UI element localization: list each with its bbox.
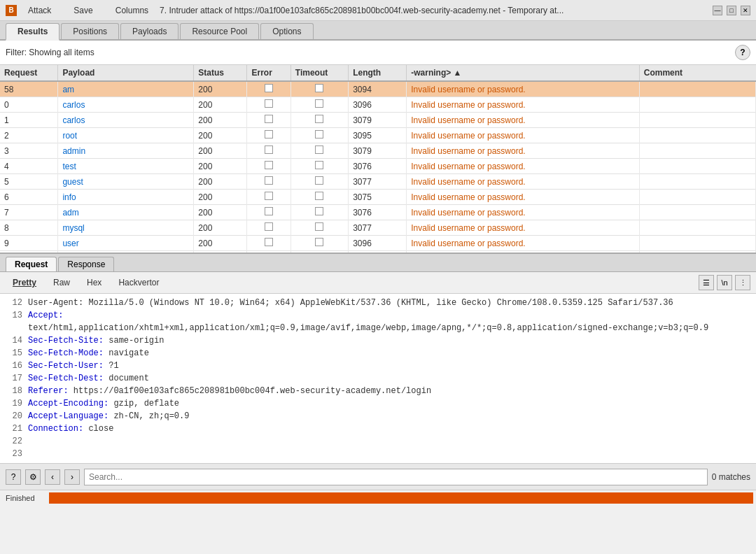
code-line: 15Sec-Fetch-Mode: navigate (6, 347, 750, 360)
code-line: 18Referer: https://0a1f00e103afc865c2089… (6, 385, 750, 397)
tab-results[interactable]: Results (6, 23, 59, 41)
code-line: 14Sec-Fetch-Site: same-origin (6, 334, 750, 347)
table-row[interactable]: 4test2003076Invalid username or password… (0, 159, 756, 174)
progress-fill (49, 492, 753, 504)
code-line: 23 (6, 448, 750, 460)
col-request[interactable]: Request (0, 65, 58, 81)
help-bottom-icon[interactable]: ? (6, 469, 21, 485)
ln-icon[interactable]: \n (717, 275, 732, 290)
code-area[interactable]: 12User-Agent: Mozilla/5.0 (Windows NT 10… (0, 294, 756, 463)
sub-tab-raw[interactable]: Raw (46, 276, 77, 289)
table-row[interactable]: 1carlos2003079Invalid username or passwo… (0, 113, 756, 128)
table-row[interactable]: 8mysql2003077Invalid username or passwor… (0, 220, 756, 236)
checkbox[interactable] (265, 130, 273, 138)
checkbox[interactable] (315, 84, 323, 92)
window-title: 7. Intruder attack of https://0a1f00e103… (160, 6, 713, 15)
checkbox[interactable] (265, 161, 273, 169)
checkbox[interactable] (265, 115, 273, 123)
minimize-button[interactable]: — (713, 6, 722, 15)
bottom-bar: ? ⚙ ‹ › 0 matches (0, 463, 756, 490)
code-line: 16Sec-Fetch-User: ?1 (6, 360, 750, 372)
tab-resource-pool[interactable]: Resource Pool (180, 23, 259, 39)
table-header-row: Request Payload Status Error Timeout Len… (0, 65, 756, 81)
tab-request[interactable]: Request (6, 257, 57, 271)
table-body: 58am2003094Invalid username or password.… (0, 81, 756, 254)
checkbox[interactable] (265, 222, 273, 231)
col-comment[interactable]: Comment (639, 65, 755, 81)
checkbox[interactable] (315, 207, 323, 215)
table-row[interactable]: 3admin2003079Invalid username or passwor… (0, 143, 756, 159)
filter-text: Filter: Showing all items (6, 48, 94, 57)
forward-button[interactable]: › (64, 469, 80, 485)
tab-options[interactable]: Options (260, 23, 313, 39)
code-line: 13Accept: (6, 309, 750, 322)
code-line: 21Connection: close (6, 422, 750, 435)
checkbox[interactable] (315, 222, 323, 231)
code-line: text/html,application/xhtml+xml,applicat… (6, 322, 750, 334)
req-res-tab-bar: Request Response (0, 254, 756, 272)
status-bar: Finished (0, 490, 756, 505)
checkbox[interactable] (265, 238, 273, 246)
format-icon[interactable]: ☰ (699, 275, 714, 290)
search-input[interactable] (84, 469, 708, 485)
checkbox[interactable] (265, 207, 273, 215)
back-button[interactable]: ‹ (45, 469, 60, 485)
code-line: 19Accept-Encoding: gzip, deflate (6, 397, 750, 410)
code-line: 17Sec-Fetch-Dest: document (6, 372, 750, 385)
table-row[interactable]: 5guest2003077Invalid username or passwor… (0, 174, 756, 190)
sub-tab-hex[interactable]: Hex (80, 276, 108, 289)
col-length[interactable]: Length (349, 65, 407, 81)
status-label: Finished (0, 494, 49, 502)
menu-columns[interactable]: Columns (110, 4, 154, 17)
table-row[interactable]: 6info2003075Invalid username or password… (0, 190, 756, 205)
sub-tab-bar: Pretty Raw Hex Hackvertor ☰ \n ⋮ (0, 272, 756, 294)
menu-save[interactable]: Save (68, 4, 98, 17)
tab-bar: Results Positions Payloads Resource Pool… (0, 21, 756, 41)
checkbox[interactable] (265, 99, 273, 108)
col-error[interactable]: Error (247, 65, 290, 81)
checkbox[interactable] (315, 176, 323, 185)
titlebar: B Attack Save Columns 7. Intruder attack… (0, 0, 756, 21)
settings-bottom-icon[interactable]: ⚙ (25, 469, 41, 485)
col-timeout[interactable]: Timeout (290, 65, 348, 81)
matches-count: 0 matches (712, 472, 750, 482)
tab-payloads[interactable]: Payloads (120, 23, 178, 39)
checkbox[interactable] (315, 161, 323, 169)
checkbox[interactable] (265, 145, 273, 154)
table-row[interactable]: 9user2003096Invalid username or password… (0, 236, 756, 251)
filter-bar: Filter: Showing all items ? (0, 41, 756, 65)
app-icon: B (6, 5, 17, 16)
code-line: 20Accept-Language: zh-CN, zh;q=0.9 (6, 410, 750, 422)
checkbox[interactable] (315, 238, 323, 246)
code-line: 22 (6, 435, 750, 448)
checkbox[interactable] (315, 99, 323, 108)
checkbox[interactable] (265, 84, 273, 92)
code-line: 12User-Agent: Mozilla/5.0 (Windows NT 10… (6, 297, 750, 309)
table-row[interactable]: 0carlos2003096Invalid username or passwo… (0, 97, 756, 113)
checkbox[interactable] (315, 192, 323, 200)
progress-bar (49, 492, 753, 504)
col-status[interactable]: Status (194, 65, 247, 81)
close-button[interactable]: ✕ (741, 6, 750, 15)
menu-attack[interactable]: Attack (22, 4, 57, 17)
table-row[interactable]: 2root2003095Invalid username or password… (0, 128, 756, 143)
col-payload[interactable]: Payload (58, 65, 194, 81)
results-table: Request Payload Status Error Timeout Len… (0, 65, 756, 254)
tab-response[interactable]: Response (58, 257, 114, 271)
checkbox[interactable] (315, 115, 323, 123)
table-row[interactable]: 58am2003094Invalid username or password. (0, 81, 756, 97)
results-table-container[interactable]: Request Payload Status Error Timeout Len… (0, 65, 756, 254)
sub-tab-pretty[interactable]: Pretty (6, 276, 43, 289)
help-button[interactable]: ? (735, 45, 750, 60)
sub-tab-hackvertor[interactable]: Hackvertor (111, 276, 166, 289)
checkbox[interactable] (265, 192, 273, 200)
col-warning[interactable]: -warning> ▲ (407, 65, 639, 81)
req-res-panel: Request Response Pretty Raw Hex Hackvert… (0, 254, 756, 463)
checkbox[interactable] (315, 130, 323, 138)
checkbox[interactable] (315, 145, 323, 154)
checkbox[interactable] (265, 176, 273, 185)
tab-positions[interactable]: Positions (61, 23, 119, 39)
menu-icon[interactable]: ⋮ (735, 275, 750, 290)
table-row[interactable]: 7adm2003076Invalid username or password. (0, 205, 756, 220)
maximize-button[interactable]: □ (727, 6, 736, 15)
